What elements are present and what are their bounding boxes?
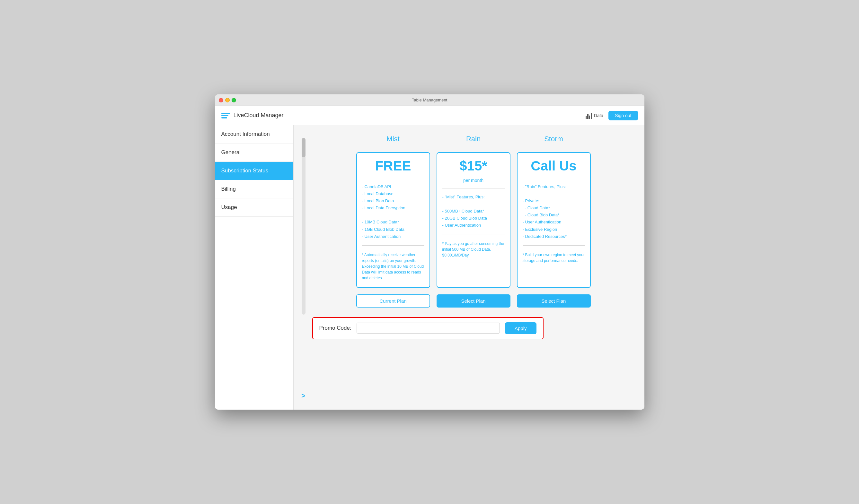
mist-btn-cell: Current Plan	[356, 294, 430, 308]
rain-price-sub: per month	[442, 178, 505, 183]
storm-price: Call Us	[523, 159, 585, 173]
rain-price: $15*	[442, 159, 505, 173]
plan-header-mist: Mist	[356, 135, 430, 146]
storm-divider	[523, 178, 585, 178]
rain-btn-cell: Select Plan	[437, 294, 510, 308]
maximize-button[interactable]	[231, 98, 236, 103]
mist-divider-2	[362, 245, 424, 246]
sign-out-button[interactable]: Sign out	[608, 111, 638, 121]
sidebar-item-usage[interactable]: Usage	[215, 199, 293, 217]
storm-btn-cell: Select Plan	[517, 294, 591, 308]
plan-card-rain: $15* per month - "Mist" Features, Plus: …	[437, 152, 510, 288]
mist-price: FREE	[362, 159, 424, 173]
chart-bar-1	[586, 116, 587, 119]
storm-note: * Build your own region to meet your sto…	[523, 252, 585, 264]
logo-icon	[221, 113, 230, 119]
app-window: Table Management LiveCloud Manager Data	[215, 94, 644, 410]
window-title: Table Management	[412, 98, 448, 103]
chart-bar-2	[587, 114, 588, 119]
scroll-track[interactable]	[302, 138, 305, 315]
content-area: > Mist Rain Storm FREE	[293, 125, 644, 410]
rain-divider	[442, 188, 505, 188]
plan-buttons-row: Current Plan Select Plan Select Plan	[312, 294, 635, 308]
scroll-arrow-right[interactable]: >	[301, 392, 305, 400]
data-link[interactable]: Data	[586, 112, 604, 119]
logo-bar-2	[221, 115, 228, 116]
app-logo: LiveCloud Manager	[221, 112, 284, 119]
apply-button[interactable]: Apply	[505, 322, 537, 334]
plan-card-storm: Call Us - "Rain" Features, Plus: - Priva…	[517, 152, 591, 288]
logo-bar-1	[221, 113, 230, 114]
data-label: Data	[594, 113, 604, 118]
scroll-panel: > Mist Rain Storm FREE	[300, 135, 635, 400]
main-layout: Account Information General Subscription…	[215, 125, 644, 410]
select-plan-button-rain[interactable]: Select Plan	[437, 294, 510, 308]
mist-note: * Automatically receive weather reports …	[362, 252, 424, 281]
sidebar-item-billing[interactable]: Billing	[215, 180, 293, 199]
plans-container: Mist Rain Storm FREE - CanelaDB API - Lo	[312, 135, 635, 339]
promo-label: Promo Code:	[319, 325, 351, 331]
rain-features: - "Mist" Features, Plus: - 500MB+ Cloud …	[442, 193, 505, 229]
chart-bar-3	[589, 115, 590, 119]
sidebar: Account Information General Subscription…	[215, 125, 293, 410]
promo-input[interactable]	[357, 322, 500, 333]
logo-name: LiveCloud Manager	[233, 112, 284, 119]
logo-bar-3	[221, 117, 227, 119]
sidebar-item-account-information[interactable]: Account Information	[215, 125, 293, 143]
plan-header-storm: Storm	[517, 135, 591, 146]
rain-divider-2	[442, 234, 505, 234]
plans-row: FREE - CanelaDB API - Local Database - L…	[312, 152, 635, 288]
plan-header-rain: Rain	[437, 135, 510, 146]
mist-divider	[362, 178, 424, 178]
chart-icon	[586, 112, 592, 119]
close-button[interactable]	[219, 98, 223, 103]
storm-features: - "Rain" Features, Plus: - Private: - Cl…	[523, 183, 585, 240]
minimize-button[interactable]	[225, 98, 230, 103]
title-bar: Table Management	[215, 94, 644, 106]
plan-card-mist: FREE - CanelaDB API - Local Database - L…	[356, 152, 430, 288]
scroll-bar-container: >	[300, 135, 307, 400]
plan-headers: Mist Rain Storm	[312, 135, 635, 146]
select-plan-button-storm[interactable]: Select Plan	[517, 294, 591, 308]
storm-divider-2	[523, 245, 585, 246]
traffic-lights	[219, 98, 236, 103]
chart-bar-4	[591, 113, 592, 119]
app-header: LiveCloud Manager Data Sign out	[215, 106, 644, 125]
sidebar-item-subscription-status[interactable]: Subscription Status	[215, 162, 293, 180]
header-right: Data Sign out	[586, 111, 638, 121]
rain-note: * Pay as you go after consuming the init…	[442, 241, 505, 258]
scroll-thumb[interactable]	[302, 138, 305, 157]
promo-section: Promo Code: Apply	[312, 317, 544, 339]
current-plan-button[interactable]: Current Plan	[356, 294, 430, 308]
mist-features: - CanelaDB API - Local Database - Local …	[362, 183, 424, 240]
sidebar-item-general[interactable]: General	[215, 143, 293, 162]
